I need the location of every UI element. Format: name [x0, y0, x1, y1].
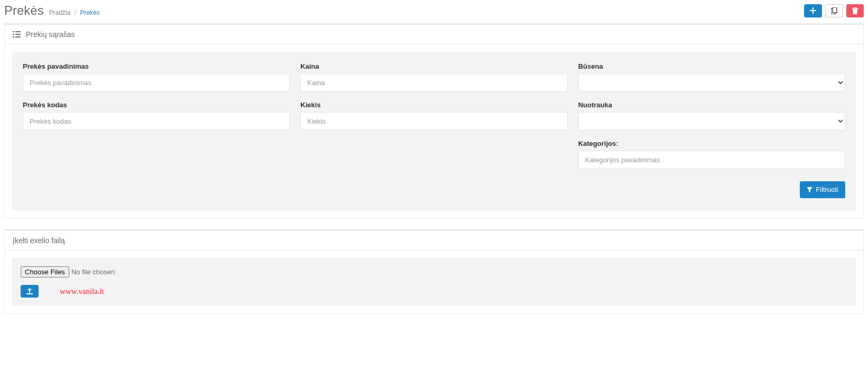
header-actions	[804, 4, 864, 17]
categories-label: Kategorijos:	[578, 140, 845, 147]
svg-rect-1	[833, 7, 837, 13]
products-panel-title: Prekių sąrašas	[26, 30, 75, 39]
upload-panel-title: Įkelti exelio failą	[13, 236, 65, 245]
file-input[interactable]	[21, 266, 151, 277]
copy-icon	[831, 7, 837, 14]
breadcrumb-separator: /	[75, 9, 76, 16]
products-panel: Prekių sąrašas Prekės pavadinimas Prekės…	[4, 23, 864, 219]
breadcrumb: Pradžia / Prekės	[49, 9, 100, 16]
filter-button[interactable]: Filtruoti	[800, 181, 845, 198]
copy-button[interactable]	[825, 4, 843, 17]
svg-rect-7	[15, 36, 21, 38]
upload-button[interactable]	[21, 285, 39, 298]
price-label: Kaina	[300, 62, 567, 70]
add-button[interactable]	[804, 4, 822, 17]
svg-rect-3	[15, 31, 21, 32]
price-input[interactable]	[300, 73, 567, 91]
code-input[interactable]	[23, 112, 290, 130]
qty-label: Kiekis	[300, 101, 567, 109]
filter-button-label: Filtruoti	[816, 185, 838, 194]
upload-panel: Įkelti exelio failą www.vanila.lt	[4, 229, 864, 314]
qty-input[interactable]	[300, 112, 567, 130]
svg-rect-5	[15, 34, 21, 35]
name-label: Prekės pavadinimas	[23, 62, 290, 70]
products-panel-heading: Prekių sąrašas	[5, 25, 863, 44]
delete-button[interactable]	[846, 4, 864, 17]
svg-rect-4	[13, 34, 14, 35]
upload-panel-heading: Įkelti exelio failą	[5, 231, 863, 251]
filter-icon	[807, 187, 812, 193]
trash-icon	[852, 7, 858, 14]
code-label: Prekės kodas	[23, 101, 290, 109]
name-input[interactable]	[23, 73, 290, 91]
list-icon	[13, 31, 21, 38]
watermark-text: www.vanila.lt	[60, 287, 104, 296]
svg-rect-2	[13, 31, 14, 32]
breadcrumb-current[interactable]: Prekės	[80, 9, 99, 16]
filter-form: Prekės pavadinimas Prekės kodas Kaina Ki…	[13, 52, 855, 210]
photo-select[interactable]	[578, 112, 845, 130]
status-select[interactable]	[578, 73, 845, 91]
page-title: Prekės	[4, 3, 44, 18]
breadcrumb-home[interactable]: Pradžia	[49, 9, 71, 16]
svg-rect-6	[13, 36, 14, 38]
plus-icon	[810, 7, 816, 14]
status-label: Būsena	[578, 62, 845, 70]
upload-icon	[26, 288, 33, 294]
photo-label: Nuotrauka	[578, 101, 845, 109]
categories-input[interactable]	[578, 151, 845, 169]
upload-form: www.vanila.lt	[13, 258, 855, 305]
